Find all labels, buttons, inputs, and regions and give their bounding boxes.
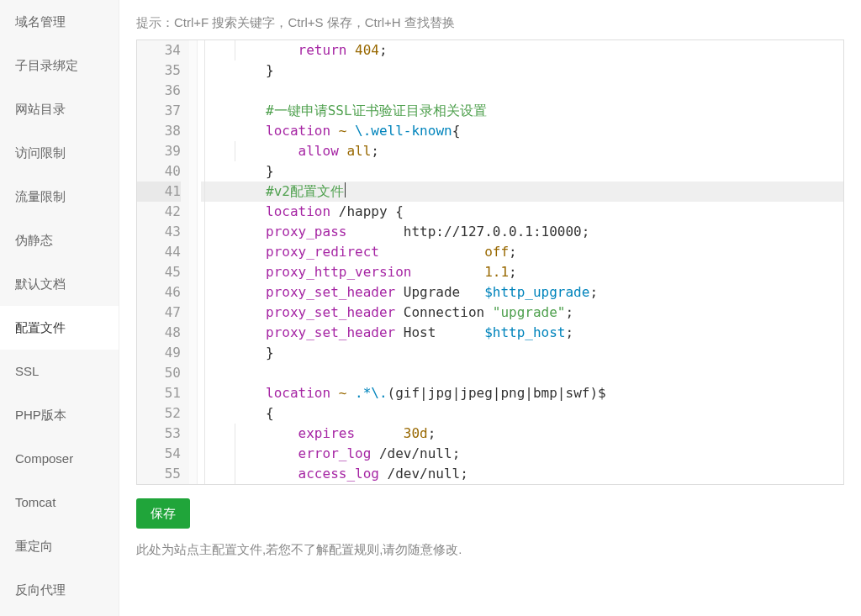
- code-line[interactable]: proxy_set_header Host $http_host;: [201, 323, 843, 343]
- line-number: 39: [137, 141, 181, 161]
- line-number: 37: [137, 101, 181, 121]
- sidebar-item-4[interactable]: 流量限制: [0, 175, 119, 218]
- line-number: 47: [137, 303, 181, 323]
- code-line[interactable]: access_log /dev/null;: [201, 464, 843, 484]
- code-line[interactable]: location ~ \.well-known{: [201, 121, 843, 141]
- line-number: 38: [137, 121, 181, 141]
- line-number: 48: [137, 323, 181, 343]
- sidebar-item-9[interactable]: PHP版本: [0, 393, 119, 437]
- line-number: 53: [137, 424, 181, 444]
- code-line[interactable]: return 404;: [201, 40, 843, 61]
- code-line[interactable]: [201, 363, 843, 383]
- line-number: 49: [137, 343, 181, 363]
- line-number: 46: [137, 282, 181, 303]
- config-editor[interactable]: 3435363738394041424344454647484950515253…: [136, 39, 844, 485]
- line-number: 51: [137, 383, 181, 403]
- line-number: 42: [137, 202, 181, 222]
- code-line[interactable]: proxy_set_header Connection "upgrade";: [201, 303, 843, 323]
- line-number: 36: [137, 81, 181, 101]
- sidebar-item-8[interactable]: SSL: [0, 350, 119, 393]
- code-line[interactable]: proxy_redirect off;: [201, 242, 843, 262]
- line-number-gutter: 3435363738394041424344454647484950515253…: [137, 40, 189, 484]
- code-line[interactable]: proxy_set_header Upgrade $http_upgrade;: [201, 282, 843, 303]
- sidebar-item-3[interactable]: 访问限制: [0, 131, 119, 175]
- code-line[interactable]: expires 30d;: [201, 424, 843, 444]
- code-line[interactable]: location /happy {: [201, 202, 843, 222]
- code-line[interactable]: proxy_pass http://127.0.0.1:10000;: [201, 222, 843, 242]
- code-line[interactable]: }: [201, 61, 843, 81]
- code-line[interactable]: #一键申请SSL证书验证目录相关设置: [201, 101, 843, 121]
- sidebar: 域名管理子目录绑定网站目录访问限制流量限制伪静态默认文档配置文件SSLPHP版本…: [0, 0, 119, 616]
- line-number: 52: [137, 403, 181, 424]
- code-line[interactable]: proxy_http_version 1.1;: [201, 262, 843, 282]
- sidebar-item-12[interactable]: 重定向: [0, 524, 119, 568]
- line-number: 45: [137, 262, 181, 282]
- code-line[interactable]: allow all;: [201, 141, 843, 161]
- line-number: 34: [137, 40, 181, 61]
- sidebar-item-6[interactable]: 默认文档: [0, 262, 119, 306]
- line-number: 54: [137, 444, 181, 464]
- code-line[interactable]: error_log /dev/null;: [201, 444, 843, 464]
- code-line[interactable]: location ~ .*\.(gif|jpg|jpeg|png|bmp|swf…: [201, 383, 843, 403]
- code-area[interactable]: return 404; } #一键申请SSL证书验证目录相关设置 locatio…: [198, 40, 843, 484]
- fold-column: [189, 40, 198, 484]
- sidebar-item-0[interactable]: 域名管理: [0, 0, 119, 44]
- sidebar-item-7[interactable]: 配置文件: [0, 306, 119, 350]
- sidebar-item-11[interactable]: Tomcat: [0, 481, 119, 524]
- line-number: 50: [137, 363, 181, 383]
- line-number: 35: [137, 61, 181, 81]
- line-number: 40: [137, 161, 181, 182]
- code-line[interactable]: {: [201, 403, 843, 424]
- sidebar-item-1[interactable]: 子目录绑定: [0, 44, 119, 87]
- sidebar-item-10[interactable]: Composer: [0, 437, 119, 481]
- main-panel: 提示：Ctrl+F 搜索关键字，Ctrl+S 保存，Ctrl+H 查找替换 34…: [119, 0, 861, 616]
- code-line[interactable]: }: [201, 161, 843, 182]
- line-number: 55: [137, 464, 181, 484]
- editor-hint: 提示：Ctrl+F 搜索关键字，Ctrl+S 保存，Ctrl+H 查找替换: [136, 15, 844, 31]
- code-line[interactable]: #v2配置文件: [201, 182, 843, 202]
- save-button[interactable]: 保存: [136, 498, 190, 529]
- line-number: 43: [137, 222, 181, 242]
- sidebar-item-13[interactable]: 反向代理: [0, 568, 119, 612]
- sidebar-item-5[interactable]: 伪静态: [0, 218, 119, 262]
- line-number: 41: [137, 182, 181, 202]
- line-number: 44: [137, 242, 181, 262]
- sidebar-item-2[interactable]: 网站目录: [0, 87, 119, 131]
- config-footnote: 此处为站点主配置文件,若您不了解配置规则,请勿随意修改.: [136, 542, 844, 558]
- code-line[interactable]: }: [201, 343, 843, 363]
- code-line[interactable]: [201, 81, 843, 101]
